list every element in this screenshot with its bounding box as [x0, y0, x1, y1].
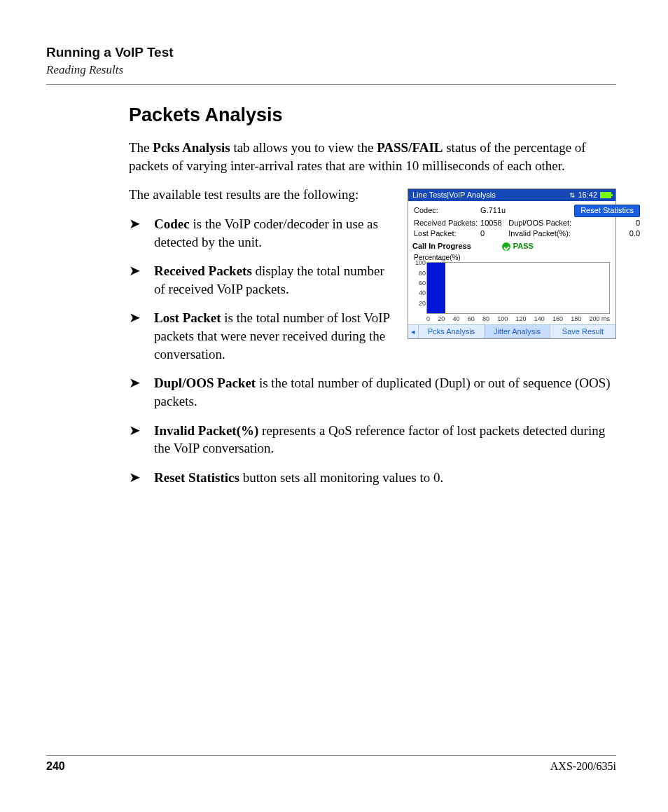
bullet-arrow-icon: ➤	[129, 310, 141, 324]
device-clock: 16:42	[578, 191, 597, 200]
page-number: 240	[46, 760, 65, 773]
model-label: AXS-200/635i	[550, 760, 616, 773]
battery-icon	[600, 192, 611, 198]
intro-text: tab allows you to view the	[230, 140, 377, 155]
bullet-term: Invalid Packet(%)	[154, 423, 258, 438]
bullet-received-packets: ➤ Received Packets display the total num…	[129, 262, 616, 298]
bullet-arrow-icon: ➤	[129, 216, 141, 230]
header-rule	[46, 84, 616, 85]
bullet-term: Dupl/OOS Packet	[154, 376, 256, 390]
bullet-term: Lost Packet	[154, 310, 221, 325]
intro-paragraph: The Pcks Analysis tab allows you to view…	[129, 139, 616, 174]
device-titlebar: Line Tests|VoIP Analysis ⇅ 16:42	[408, 189, 615, 201]
footer-rule	[46, 755, 616, 756]
bullet-term: Reset Statistics	[154, 470, 239, 485]
ytick: 20	[413, 299, 426, 307]
bullet-lost-packet: ➤ Lost Packet is the total number of los…	[129, 309, 616, 363]
bullet-arrow-icon: ➤	[129, 470, 141, 484]
running-subtitle: Reading Results	[46, 63, 616, 77]
intro-text: The	[129, 140, 153, 155]
intro-term-passfail: PASS/FAIL	[377, 140, 443, 155]
bullet-dupl-oos: ➤ Dupl/OOS Packet is the total number of…	[129, 374, 616, 410]
device-breadcrumb: Line Tests|VoIP Analysis	[412, 191, 569, 200]
bullet-codec: ➤ Codec is the VoIP coder/decoder in use…	[129, 215, 616, 251]
bullet-arrow-icon: ➤	[129, 376, 141, 390]
running-title: Running a VoIP Test	[46, 45, 616, 60]
plot-title: Percentage(%)	[414, 254, 611, 262]
bullet-reset-statistics: ➤ Reset Statistics button sets all monit…	[129, 469, 616, 487]
bullet-arrow-icon: ➤	[129, 263, 141, 277]
bullet-text: button sets all monitoring values to 0.	[239, 470, 443, 485]
bullet-term: Codec	[154, 216, 190, 231]
signal-icon: ⇅	[569, 191, 575, 200]
section-heading: Packets Analysis	[129, 104, 616, 126]
bullet-arrow-icon: ➤	[129, 423, 141, 437]
bullet-invalid-packet: ➤ Invalid Packet(%) represents a QoS ref…	[129, 422, 616, 457]
bullet-term: Received Packets	[154, 263, 252, 278]
intro-term-pcks: Pcks Analysis	[153, 140, 230, 155]
